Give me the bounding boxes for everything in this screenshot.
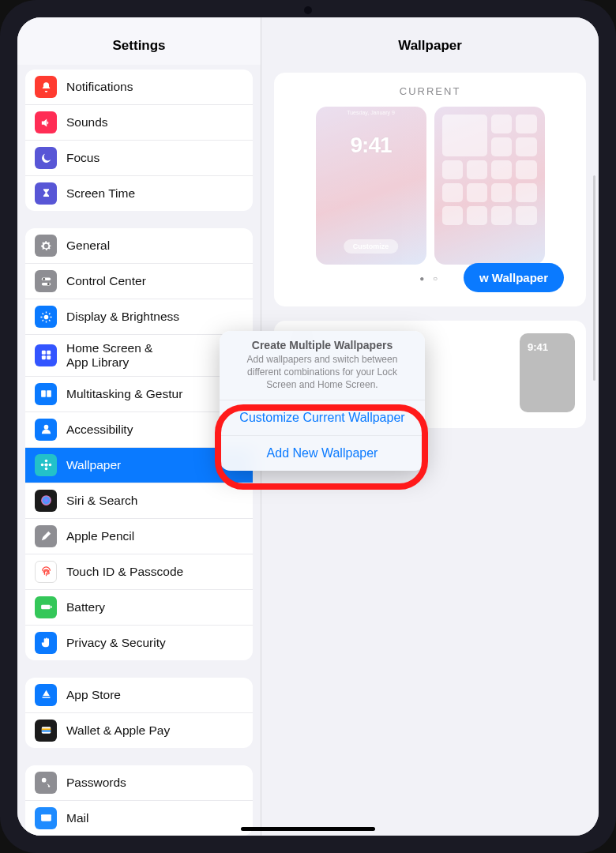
popover-add-new[interactable]: Add New Wallpaper (220, 435, 425, 471)
bell-icon (35, 76, 57, 98)
svg-point-3 (47, 283, 49, 285)
customize-button[interactable]: Customize (344, 239, 399, 254)
sidebar-item-control-center[interactable]: Control Center (25, 264, 253, 299)
home-screen-preview[interactable] (434, 107, 545, 265)
sidebar-item-app-store[interactable]: App Store (25, 678, 253, 713)
add-new-wallpaper-button[interactable]: w Wallpaper (464, 263, 564, 292)
svg-rect-19 (51, 606, 51, 608)
lock-screen-preview[interactable]: Tuesday, January 9 9:41 Customize (316, 107, 426, 265)
sidebar-item-passwords[interactable]: Passwords (25, 765, 253, 801)
flower-icon (35, 454, 57, 476)
preview-time: 9:41 (351, 133, 392, 158)
switches-icon (35, 270, 57, 292)
sidebar-item-notifications[interactable]: Notifications (25, 70, 253, 105)
screen: Settings NotificationsSoundsFocusScreen … (17, 17, 599, 836)
sidebar-item-label: Multitasking & Gestur (66, 387, 182, 401)
sidebar-item-display[interactable]: Display & Brightness (25, 299, 253, 335)
sidebar-item-mail[interactable]: Mail (25, 801, 253, 836)
page-title: Wallpaper (261, 17, 599, 65)
svg-rect-22 (41, 731, 50, 732)
sidebar-item-home-screen[interactable]: Home Screen & App Library (25, 335, 253, 377)
svg-rect-7 (41, 356, 45, 360)
svg-point-15 (40, 464, 43, 467)
svg-rect-10 (47, 390, 51, 397)
svg-point-12 (44, 464, 47, 467)
envelope-icon (35, 807, 57, 829)
sidebar-item-multitasking[interactable]: Multitasking & Gestur (25, 377, 253, 412)
sidebar-item-apple-pencil[interactable]: Apple Pencil (25, 519, 253, 554)
sidebar-group: NotificationsSoundsFocusScreen Time (25, 70, 253, 211)
svg-point-17 (41, 495, 51, 505)
svg-rect-8 (47, 356, 51, 360)
grid-icon (35, 344, 57, 366)
sidebar-group: GeneralControl CenterDisplay & Brightnes… (25, 228, 253, 660)
svg-rect-24 (41, 814, 51, 821)
sidebar-item-label: General (66, 239, 110, 253)
sidebar-item-label: Wallet & Apple Pay (66, 723, 170, 738)
sidebar-item-label: Notifications (66, 80, 133, 94)
scrollbar-icon[interactable] (593, 175, 595, 381)
sidebar-item-siri[interactable]: Siri & Search (25, 483, 253, 519)
sidebar-item-sounds[interactable]: Sounds (25, 105, 253, 141)
sidebar-item-label: Battery (66, 600, 105, 614)
sidebar-group: App StoreWallet & Apple Pay (25, 678, 253, 748)
svg-point-16 (48, 464, 51, 467)
sidebar-item-label: Control Center (66, 274, 146, 288)
rects-icon (35, 383, 57, 405)
hand-icon (35, 632, 57, 654)
home-grid-icon (434, 107, 545, 233)
sidebar-item-label: Privacy & Security (66, 636, 166, 650)
sidebar-item-general[interactable]: General (25, 228, 253, 264)
mini-time: 9:41 (528, 341, 548, 353)
sidebar-item-accessibility[interactable]: Accessibility (25, 412, 253, 448)
sidebar-item-label: Accessibility (66, 423, 133, 437)
svg-rect-18 (41, 605, 50, 610)
sidebar-item-label: Apple Pencil (66, 529, 134, 543)
sidebar-item-focus[interactable]: Focus (25, 141, 253, 176)
moon-icon (35, 147, 57, 169)
svg-rect-6 (47, 351, 51, 355)
current-wallpaper-card: CURRENT Tuesday, January 9 9:41 Customiz… (274, 73, 586, 306)
sidebar-item-wallet[interactable]: Wallet & Apple Pay (25, 713, 253, 748)
svg-point-11 (43, 425, 48, 430)
sidebar-item-label: Passwords (66, 776, 126, 790)
current-caption: CURRENT (285, 85, 575, 97)
svg-point-14 (44, 468, 47, 471)
svg-rect-9 (41, 390, 46, 397)
create-wallpapers-popover: Create Multiple Wallpapers Add wallpaper… (220, 331, 425, 471)
appstore-icon (35, 684, 57, 706)
sidebar-item-label: App Store (66, 688, 121, 702)
gear-icon (35, 235, 57, 257)
sidebar-group: PasswordsMail (25, 765, 253, 836)
mini-lock-preview: 9:41 (520, 333, 575, 412)
battery-icon (35, 596, 57, 618)
fingerprint-icon (35, 561, 57, 583)
pencil-icon (35, 525, 57, 547)
hourglass-icon (35, 182, 57, 205)
sidebar-item-wallpaper[interactable]: Wallpaper (25, 448, 253, 483)
sidebar-item-screen-time[interactable]: Screen Time (25, 176, 253, 211)
sidebar-item-touchid[interactable]: Touch ID & Passcode (25, 554, 253, 590)
popover-customize-current[interactable]: Customize Current Wallpaper (220, 400, 425, 435)
ipad-device-frame: Settings NotificationsSoundsFocusScreen … (0, 0, 616, 853)
sidebar-item-label: Touch ID & Passcode (66, 565, 183, 579)
sidebar-item-label: Home Screen & App Library (66, 341, 152, 370)
camera-icon (304, 6, 312, 14)
svg-point-13 (44, 460, 47, 463)
siri-icon (35, 490, 57, 512)
sidebar-title: Settings (17, 17, 261, 65)
speaker-icon (35, 111, 57, 133)
sidebar-item-privacy[interactable]: Privacy & Security (25, 626, 253, 660)
sidebar-item-label: Display & Brightness (66, 310, 179, 324)
sidebar-item-label: Wallpaper (66, 458, 121, 472)
sidebar-item-label: Mail (66, 811, 88, 825)
sidebar-item-battery[interactable]: Battery (25, 590, 253, 626)
key-icon (35, 772, 57, 794)
person-icon (35, 419, 57, 441)
sun-icon (35, 306, 57, 328)
wallet-icon (35, 720, 57, 742)
sidebar-item-label: Focus (66, 151, 100, 165)
sidebar-item-label: Siri & Search (66, 494, 137, 508)
popover-title: Create Multiple Wallpapers (220, 331, 425, 353)
home-indicator-icon[interactable] (241, 827, 375, 831)
